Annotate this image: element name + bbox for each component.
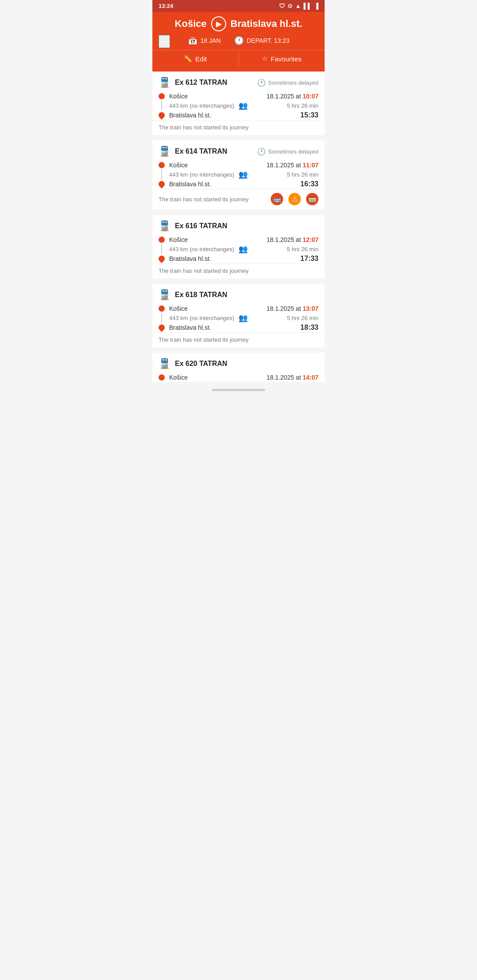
train-card-ex616[interactable]: 🚆 Ex 616 TATRAN Košice 18.1.2025 at 12:0…	[152, 215, 325, 279]
train-icon: 🚆	[159, 77, 170, 88]
train-card-ex620[interactable]: 🚆 Ex 620 TATRAN Košice 18.1.2025 at 14:0…	[152, 353, 325, 382]
edit-icon: ✏️	[184, 55, 192, 63]
back-button[interactable]: ←	[159, 35, 170, 48]
train-card-header: 🚆 Ex 620 TATRAN	[152, 353, 325, 373]
favourites-label: Favourites	[271, 55, 302, 63]
status-time: 13:24	[159, 3, 173, 9]
distance-label: 443 km (no interchanges)	[169, 171, 234, 178]
train-list: 🚆 Ex 612 TATRAN 🕐 Sometimes delayed Koši…	[152, 72, 325, 382]
arrival-pin-icon	[157, 323, 166, 332]
train-card-ex618[interactable]: 🚆 Ex 618 TATRAN Košice 18.1.2025 at 13:0…	[152, 284, 325, 347]
route-departure-row: Košice 18.1.2025 at 12:07	[152, 236, 325, 243]
departure-time: 12:07	[303, 236, 318, 243]
delay-clock-icon: 🕐	[257, 147, 266, 156]
arrival-time: 15:33	[300, 111, 318, 119]
departure-station: Košice	[169, 236, 188, 243]
arrival-station: Bratislava hl.st.	[169, 324, 211, 331]
delay-label: Sometimes delayed	[268, 79, 318, 86]
route-from: Košice	[175, 18, 207, 30]
route-to: Bratislava hl.st.	[231, 18, 303, 30]
passengers-icon: 👥	[238, 101, 248, 110]
route-departure-row: Košice 18.1.2025 at 11:07	[152, 162, 325, 169]
train-card-header: 🚆 Ex 618 TATRAN	[152, 284, 325, 304]
departure-time: 13:07	[303, 305, 318, 312]
route-arrival-row: Bratislava hl.st. 15:33	[152, 111, 325, 119]
train-card-ex614[interactable]: 🚆 Ex 614 TATRAN 🕐 Sometimes delayed Koši…	[152, 140, 325, 210]
train-route: Košice 18.1.2025 at 12:07 443 km (no int…	[152, 236, 325, 263]
passengers-icon: 👥	[238, 170, 248, 179]
train-status: The train has not started its journey	[152, 120, 325, 135]
home-indicator	[152, 384, 325, 394]
train-status: The train has not started its journey 🚌 …	[152, 189, 325, 210]
train-name: Ex 614 TATRAN	[175, 147, 227, 155]
date-detail: 📅 18 JAN	[188, 36, 221, 45]
header-actions: ✏️ Edit ☆ Favourites	[152, 50, 325, 67]
departure-time: 14:07	[303, 374, 318, 381]
status-text: The train has not started its journey	[159, 268, 249, 274]
departure-time: 10:07	[303, 93, 318, 100]
route-arrival-row: Bratislava hl.st. 16:33	[152, 180, 325, 188]
route-middle: 443 km (no interchanges) 👥 5 hrs 26 min	[152, 101, 325, 110]
duration-label: 5 hrs 26 min	[287, 246, 318, 253]
home-bar	[212, 389, 265, 391]
route-middle: 443 km (no interchanges) 👥 5 hrs 26 min	[152, 313, 325, 323]
arrival-pin-icon	[157, 254, 166, 263]
train-card-ex612[interactable]: 🚆 Ex 612 TATRAN 🕐 Sometimes delayed Koši…	[152, 72, 325, 135]
delay-badge: 🕐 Sometimes delayed	[257, 79, 318, 87]
edit-label: Edit	[195, 55, 207, 63]
departure-dot-icon	[159, 93, 165, 99]
tram-icon: 🚃	[306, 193, 318, 205]
arrival-time: 18:33	[300, 324, 318, 332]
favourites-button[interactable]: ☆ Favourites	[239, 50, 325, 67]
status-bar: 13:24 🛡 ⊙ ▲ ▌▌ ▐	[152, 0, 325, 12]
status-text: The train has not started its journey	[159, 124, 249, 131]
duration-label: 5 hrs 26 min	[287, 102, 318, 109]
train-icon: 🚆	[159, 358, 170, 369]
calendar-icon: 📅	[188, 36, 197, 45]
route-departure-row: Košice 18.1.2025 at 14:07	[152, 374, 325, 381]
delay-badge: 🕐 Sometimes delayed	[257, 147, 318, 156]
time-detail: 🕐 DEPART. 13:23	[234, 36, 290, 45]
arrival-time: 17:33	[300, 255, 318, 263]
departure-datetime: 18.1.2025 at 12:07	[266, 236, 318, 243]
wifi-icon: ▲	[295, 3, 301, 9]
route-middle: 443 km (no interchanges) 👥 5 hrs 26 min	[152, 244, 325, 254]
train-route: Košice 18.1.2025 at 13:07 443 km (no int…	[152, 305, 325, 332]
distance-label: 443 km (no interchanges)	[169, 102, 234, 109]
battery-icon: ▐	[314, 3, 318, 9]
departure-dot-icon	[159, 374, 165, 381]
edit-button[interactable]: ✏️ Edit	[152, 50, 239, 67]
train-icon: 🚆	[159, 146, 170, 157]
status-icons: 🛡 ⊙ ▲ ▌▌ ▐	[279, 3, 318, 9]
train-icon: 🚆	[159, 220, 170, 232]
passengers-icon: 👥	[238, 245, 248, 254]
departure-datetime: 18.1.2025 at 14:07	[266, 374, 318, 381]
departure-station: Košice	[169, 374, 188, 381]
route-arrival-row: Bratislava hl.st. 17:33	[152, 255, 325, 263]
status-icons-group: 🚌 ⚠ 🚃	[271, 193, 318, 205]
departure-dot-icon	[159, 305, 165, 312]
clock-icon: 🕐	[234, 36, 244, 45]
header-depart: DEPART. 13:23	[247, 37, 290, 44]
duration-label: 5 hrs 26 min	[287, 171, 318, 178]
train-card-header: 🚆 Ex 616 TATRAN	[152, 215, 325, 235]
route-line	[159, 170, 165, 179]
train-card-header: 🚆 Ex 614 TATRAN 🕐 Sometimes delayed	[152, 140, 325, 161]
departure-station: Košice	[169, 162, 188, 169]
arrival-station: Bratislava hl.st.	[169, 112, 211, 119]
departure-datetime: 18.1.2025 at 10:07	[266, 93, 318, 100]
distance-label: 443 km (no interchanges)	[169, 315, 234, 321]
route-middle: 443 km (no interchanges) 👥 5 hrs 26 min	[152, 170, 325, 179]
arrival-time: 16:33	[300, 180, 318, 188]
train-status: The train has not started its journey	[152, 332, 325, 347]
status-text: The train has not started its journey	[159, 336, 249, 343]
route-departure-row: Košice 18.1.2025 at 10:07	[152, 93, 325, 100]
delay-label: Sometimes delayed	[268, 148, 318, 155]
train-name: Ex 616 TATRAN	[175, 222, 227, 230]
train-name: Ex 618 TATRAN	[175, 291, 227, 299]
route-arrival-row: Bratislava hl.st. 18:33	[152, 324, 325, 332]
train-icon: 🚆	[159, 289, 170, 301]
train-card-header: 🚆 Ex 612 TATRAN 🕐 Sometimes delayed	[152, 72, 325, 92]
departure-dot-icon	[159, 162, 165, 168]
train-name: Ex 620 TATRAN	[175, 360, 227, 368]
